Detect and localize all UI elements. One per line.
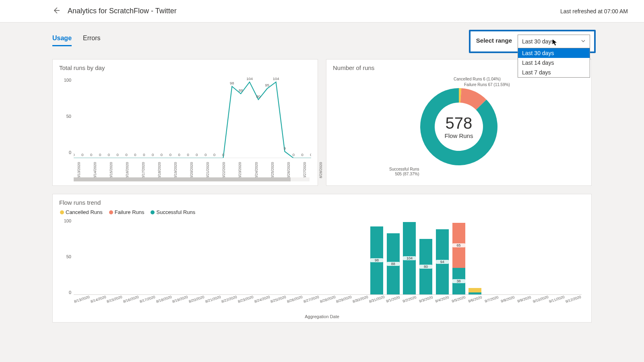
trend-bar[interactable] (533, 218, 549, 294)
svg-text:0: 0 (169, 153, 171, 157)
svg-text:0: 0 (108, 153, 110, 157)
trend-bar[interactable] (287, 218, 303, 294)
trend-bar[interactable] (500, 218, 516, 294)
trend-xtick: 8/13/2020 (73, 295, 90, 304)
trend-plot[interactable]: 988810480943865 (74, 218, 582, 295)
trend-xtick: 9/11/2020 (549, 295, 566, 304)
trend-title: Flow runs trend (59, 199, 585, 206)
trend-bar[interactable] (90, 218, 107, 294)
tab-usage[interactable]: Usage (52, 35, 72, 46)
trend-bar[interactable] (483, 218, 500, 294)
range-option-30[interactable]: Last 30 days (518, 48, 590, 58)
trend-bar[interactable] (205, 218, 221, 294)
trend-bar-segment (469, 288, 481, 292)
trend-bar-segment: 38 (452, 268, 465, 294)
trend-xlabel: Aggregation Date (59, 314, 585, 319)
card-total-runs: Total runs by day 100500 000000000000000… (52, 59, 318, 186)
trend-xtick: 9/4/2020 (434, 295, 451, 304)
tab-errors[interactable]: Errors (83, 35, 101, 46)
range-select[interactable]: Last 30 days (518, 35, 590, 48)
trend-bar[interactable] (139, 218, 156, 294)
trend-legend: Cancelled RunsFailure RunsSuccessful Run… (60, 209, 585, 215)
trend-bar-segment: 88 (387, 233, 400, 294)
card-number-of-runs: Number of runs 578 Flow Runs Cancelled R… (326, 59, 592, 186)
legend-label: Successful Runs (156, 209, 195, 215)
trend-xtick: 8/30/2020 (352, 295, 369, 304)
trend-bar[interactable] (237, 218, 254, 294)
trend-bar[interactable] (270, 218, 287, 294)
svg-text:104: 104 (246, 78, 253, 81)
trend-bar[interactable] (188, 218, 205, 294)
svg-text:0: 0 (293, 153, 295, 157)
trend-bar[interactable] (549, 218, 565, 294)
trend-bar[interactable] (221, 218, 237, 294)
trend-bar[interactable] (106, 218, 123, 294)
svg-text:0: 0 (143, 153, 145, 157)
trend-xtick: 8/14/2020 (90, 295, 107, 304)
trend-bar[interactable] (303, 218, 320, 294)
trend-xtick: 8/18/2020 (155, 295, 172, 304)
line-chart-xaxis: 8/13/20208/14/20208/15/20208/16/20208/17… (74, 160, 311, 179)
line-chart-plot[interactable]: 000000000000000000988810480951049000 (74, 78, 311, 158)
trend-bar[interactable] (336, 218, 352, 294)
trend-bar[interactable] (467, 218, 483, 294)
svg-text:0: 0 (213, 153, 215, 157)
trend-xtick: 8/24/2020 (254, 295, 270, 304)
range-option-14[interactable]: Last 14 days (518, 58, 590, 68)
donut-center-value: 578 (445, 114, 473, 132)
trend-bar-segment: 65 (452, 223, 465, 268)
trend-xtick: 8/25/2020 (270, 295, 287, 304)
donut-chart[interactable]: 578 Flow Runs Cancelled Runs 6 (1.04%) F… (333, 74, 585, 179)
trend-xtick: 8/15/2020 (106, 295, 123, 304)
chevron-down-icon (581, 38, 586, 45)
trend-bar-value: 80 (419, 265, 432, 269)
svg-text:0: 0 (99, 153, 101, 157)
legend-dot-icon (60, 210, 64, 214)
trend-bar[interactable] (74, 218, 90, 294)
trend-bar[interactable]: 3865 (450, 218, 467, 294)
trend-xtick: 9/1/2020 (385, 295, 402, 304)
legend-item[interactable]: Successful Runs (151, 209, 195, 215)
trend-bar[interactable] (172, 218, 188, 294)
svg-text:9: 9 (284, 146, 286, 150)
donut-callout-failure: Failure Runs 67 (11.59%) (464, 82, 510, 87)
svg-text:0: 0 (81, 153, 83, 157)
legend-dot-icon (109, 210, 113, 214)
line-xtick: 8/26/2020 (287, 162, 305, 178)
trend-bar-segment (469, 292, 481, 294)
trend-bar-segment: 94 (436, 229, 449, 294)
trend-xtick: 9/5/2020 (450, 295, 467, 304)
trend-bar[interactable] (156, 218, 172, 294)
line-chart-scroll-thumb[interactable] (74, 177, 291, 181)
svg-text:0: 0 (90, 153, 92, 157)
trend-bar-value: 104 (403, 256, 416, 260)
trend-bar[interactable]: 98 (369, 218, 385, 294)
trend-bar[interactable] (352, 218, 369, 294)
line-chart-scrollbar[interactable] (74, 177, 310, 181)
range-option-7[interactable]: Last 7 days (518, 68, 590, 77)
card-flow-runs-trend: Flow runs trend Cancelled RunsFailure Ru… (52, 194, 592, 323)
trend-bar[interactable] (123, 218, 139, 294)
trend-ytick: 100 (64, 218, 71, 223)
svg-text:0: 0 (117, 153, 119, 157)
trend-bar[interactable] (254, 218, 270, 294)
legend-item[interactable]: Cancelled Runs (60, 209, 103, 215)
trend-bar[interactable]: 104 (401, 218, 418, 294)
legend-item[interactable]: Failure Runs (109, 209, 144, 215)
trend-xtick: 9/6/2020 (466, 295, 483, 304)
range-dropdown: Last 30 days Last 14 days Last 7 days (518, 48, 590, 78)
page-title: Analytics for ScratchFlow - Twitter (68, 7, 177, 15)
trend-bar[interactable] (565, 218, 582, 294)
legend-label: Failure Runs (115, 209, 144, 215)
trend-bar[interactable] (320, 218, 336, 294)
trend-xtick: 9/12/2020 (565, 295, 582, 304)
back-arrow-icon[interactable] (52, 6, 60, 16)
trend-bar[interactable]: 94 (434, 218, 450, 294)
svg-text:0: 0 (178, 153, 180, 157)
trend-ytick: 0 (69, 290, 71, 295)
trend-bar[interactable] (516, 218, 533, 294)
trend-xtick: 8/29/2020 (336, 295, 353, 304)
trend-bar[interactable]: 88 (385, 218, 401, 294)
line-xtick: 8/23/2020 (238, 162, 256, 178)
trend-bar[interactable]: 80 (418, 218, 434, 294)
